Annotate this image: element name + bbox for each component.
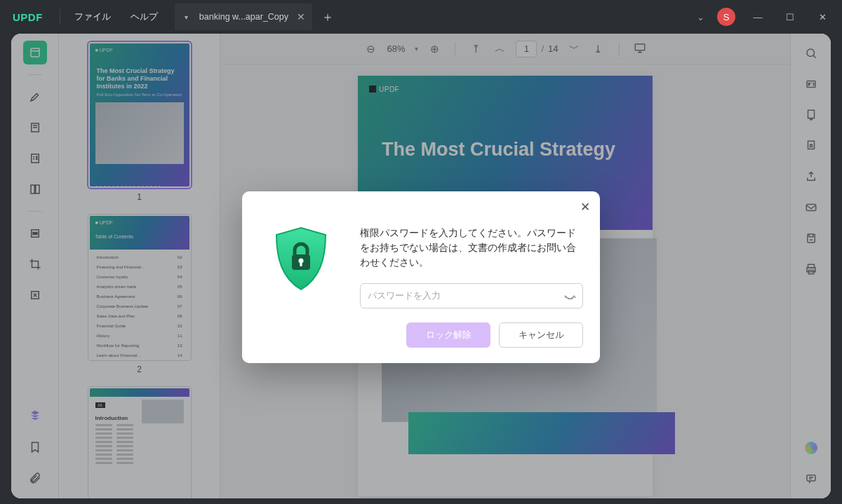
app-logo: UPDF	[0, 11, 55, 23]
lock-shield-icon	[259, 205, 343, 348]
document-tab[interactable]: ▾ banking w...apar_Copy ✕	[175, 4, 312, 30]
dialog-close-icon[interactable]: ✕	[580, 200, 590, 214]
modal-overlay: ✕	[11, 34, 831, 498]
title-bar: UPDF ファイル ヘルプ ▾ banking w...apar_Copy ✕ …	[0, 0, 842, 34]
password-input[interactable]	[360, 283, 583, 308]
tab-dropdown-icon[interactable]: ▾	[185, 13, 188, 21]
cancel-button[interactable]: キャンセル	[499, 322, 583, 348]
svg-rect-24	[300, 261, 302, 266]
dialog-message: 権限パスワードを入力してください。パスワードをお持ちでない場合は、文書の作成者に…	[360, 226, 583, 271]
app-frame: ■ UPDF The Most Crucial Strategy for Ban…	[11, 34, 831, 498]
user-avatar[interactable]: S	[717, 8, 735, 26]
separator	[60, 9, 60, 25]
toggle-password-visibility-icon[interactable]	[563, 289, 576, 304]
tab-add-button[interactable]: ＋	[319, 8, 336, 25]
menu-help[interactable]: ヘルプ	[121, 11, 168, 23]
unlock-button[interactable]: ロック解除	[406, 322, 490, 348]
window-maximize-button[interactable]: ☐	[780, 12, 800, 22]
menu-file[interactable]: ファイル	[65, 11, 121, 23]
window-minimize-button[interactable]: —	[748, 12, 768, 22]
tab-title: banking w...apar_Copy	[199, 12, 288, 22]
window-dropdown-icon[interactable]: ⌄	[697, 12, 704, 22]
tab-close-icon[interactable]: ✕	[297, 11, 305, 22]
password-dialog: ✕	[242, 191, 600, 363]
window-close-button[interactable]: ✕	[813, 12, 832, 22]
